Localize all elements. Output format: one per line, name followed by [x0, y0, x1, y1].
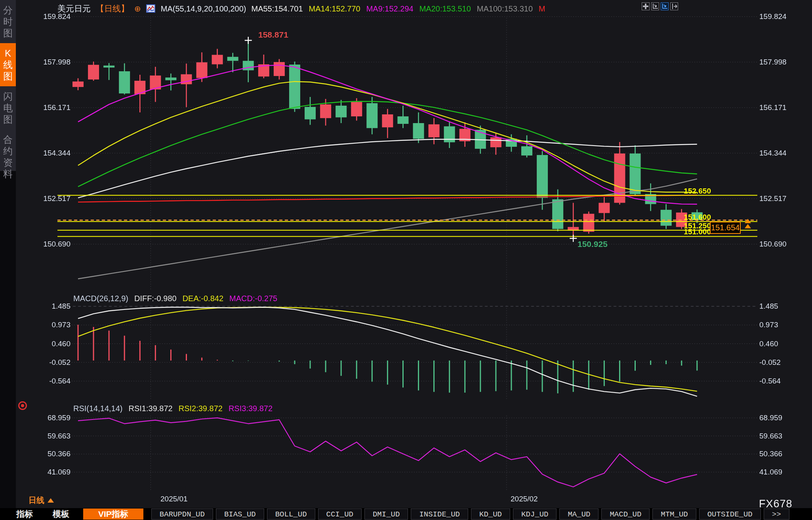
axis-tick-right: 1.485 [759, 302, 778, 311]
rsi-title: RSI(14,14,14) [73, 404, 123, 413]
macd-title: MACD(26,12,9) [73, 294, 128, 303]
axis-tick-right: 157.998 [759, 58, 787, 66]
level-label-152.650: 152.650 [667, 187, 711, 195]
sidebar-item-K线图[interactable]: K 线 图 [0, 43, 16, 86]
axis-tick-right: 0.460 [759, 340, 778, 348]
add-indicator-icon[interactable]: ⊕ [134, 4, 141, 13]
indicator-tabbar: 指标模板VIP指标BARUPDN_UDBIAS_UDBOLL_UDCCI_UDD… [0, 508, 812, 520]
tab-CCI_UD[interactable]: CCI_UD [318, 509, 362, 520]
sidebar: 分 时 图K 线 图闪 电 图合 约 资 料 [0, 0, 16, 171]
axis-tick-right: -0.564 [759, 377, 781, 385]
ma-legend-item: MA55:154.701 [251, 4, 303, 13]
tab-MTM_UD[interactable]: MTM_UD [652, 509, 696, 520]
axis-tick-right: 68.959 [759, 414, 782, 422]
axis-tick-right: 59.663 [759, 432, 782, 440]
tab-BARUPDN_UD[interactable]: BARUPDN_UD [151, 509, 213, 520]
ma-legend-item: MA100:153.310 [477, 4, 533, 13]
level-label-151.600: 151.600 [667, 213, 711, 222]
ma-legend: MA55:154.701MA14:152.770MA9:152.294MA20:… [251, 4, 545, 13]
sidebar-item-合约资料[interactable]: 合 约 资 料 [0, 129, 16, 184]
ma-function-label: MA(55,14,9,20,100,200) [161, 4, 246, 13]
macd-macd-value: MACD:-0.275 [229, 294, 277, 303]
tab-INSIDE_UD[interactable]: INSIDE_UD [411, 509, 468, 520]
indicator-record-icon[interactable] [18, 401, 27, 410]
x-axis-date: 2025/02 [511, 495, 538, 503]
axis-tick-right: -0.052 [759, 358, 781, 367]
trading-app: 分 时 图K 线 图闪 电 图合 约 资 料 美元日元 【日线】 ⊕ MA(55… [0, 0, 812, 520]
axis-tick-left: 68.959 [23, 414, 71, 422]
axis-tick-left: 0.973 [23, 321, 71, 329]
tab-BIAS_UD[interactable]: BIAS_UD [216, 509, 264, 520]
ma-legend-item: MA20:153.510 [419, 4, 471, 13]
move-tool-icon[interactable] [642, 2, 650, 10]
macd-header: MACD(26,12,9) DIFF:-0.980 DEA:-0.842 MAC… [73, 294, 277, 303]
period-label: 日线 [29, 495, 44, 506]
ma-legend-item: M [539, 4, 545, 13]
tab-KD_UD[interactable]: KD_UD [471, 509, 510, 520]
axis-scale-right-icon[interactable] [661, 2, 669, 10]
axis-tick-right: 159.824 [759, 12, 787, 21]
axis-tick-right: 154.344 [759, 149, 787, 158]
rsi1-value: RSI1:39.872 [129, 404, 173, 413]
axis-tick-right: 0.973 [759, 321, 778, 329]
level-label-151.000: 151.000 [667, 228, 711, 236]
axis-tick-left: 156.171 [23, 103, 71, 112]
chart-canvas[interactable] [0, 0, 812, 520]
axis-tick-right: 152.517 [759, 194, 787, 203]
x-axis-date: 2025/01 [160, 495, 188, 503]
up-arrow-icon [745, 224, 751, 228]
macd-dea-value: DEA:-0.842 [183, 294, 223, 303]
scroll-to-latest-button[interactable] [745, 219, 751, 228]
macd-diff-value: DIFF:-0.980 [134, 294, 177, 303]
axis-tick-left: 59.663 [23, 432, 71, 440]
current-price-tag: 151.654 [710, 222, 741, 234]
axis-tick-left: 41.069 [23, 468, 71, 476]
chart-header: 美元日元 【日线】 ⊕ MA(55,14,9,20,100,200) MA55:… [57, 3, 545, 14]
tab-模板[interactable]: 模板 [47, 509, 75, 520]
axis-tick-right: 41.069 [759, 468, 782, 476]
axis-tick-right: 50.366 [759, 450, 782, 458]
tab-BOLL_UD[interactable]: BOLL_UD [267, 509, 315, 520]
exit-fullscreen-icon[interactable] [670, 2, 678, 10]
sidebar-item-分时图[interactable]: 分 时 图 [0, 0, 16, 43]
ma-legend-item: MA9:152.294 [366, 4, 414, 13]
axis-tick-left: 152.517 [23, 194, 71, 203]
chart-toolbar [642, 2, 678, 10]
axis-tick-left: 0.460 [23, 340, 71, 348]
sidebar-item-闪电图[interactable]: 闪 电 图 [0, 86, 16, 129]
tab->>[interactable]: >> [764, 509, 789, 520]
high-price-label: 158.871 [258, 30, 288, 40]
axis-tick-left: -0.564 [23, 377, 71, 385]
rsi-header: RSI(14,14,14) RSI1:39.872 RSI2:39.872 RS… [73, 404, 273, 413]
ma-legend-item: MA14:152.770 [309, 4, 360, 13]
tab-DMI_UD[interactable]: DMI_UD [364, 509, 408, 520]
tab-KDJ_UD[interactable]: KDJ_UD [513, 509, 557, 520]
axis-tick-left: -0.052 [23, 358, 71, 367]
low-price-label: 150.925 [578, 239, 608, 249]
tab-指标[interactable]: 指标 [10, 509, 39, 520]
tab-VIP指标[interactable]: VIP指标 [83, 509, 143, 520]
tab-MACD_UD[interactable]: MACD_UD [601, 509, 650, 520]
axis-tick-right: 156.171 [759, 103, 787, 112]
axis-scale-left-icon[interactable] [651, 2, 659, 10]
period-selector[interactable]: 日线 [29, 495, 54, 506]
up-arrow-icon [745, 219, 751, 223]
record-dot-icon [21, 404, 24, 407]
period-badge: 【日线】 [96, 3, 129, 14]
axis-tick-right: 150.690 [759, 240, 787, 249]
tab-MA_UD[interactable]: MA_UD [559, 509, 599, 520]
chart-style-icon[interactable] [146, 4, 156, 13]
triangle-up-icon [48, 498, 54, 503]
axis-tick-left: 50.366 [23, 450, 71, 458]
axis-tick-left: 154.344 [23, 149, 71, 158]
rsi2-value: RSI2:39.872 [179, 404, 223, 413]
axis-tick-left: 157.998 [23, 58, 71, 66]
axis-tick-left: 150.690 [23, 240, 71, 249]
symbol-title: 美元日元 [57, 3, 91, 14]
tab-OUTSIDE_UD[interactable]: OUTSIDE_UD [699, 509, 761, 520]
axis-tick-left: 1.485 [23, 302, 71, 311]
rsi3-value: RSI3:39.872 [229, 404, 273, 413]
